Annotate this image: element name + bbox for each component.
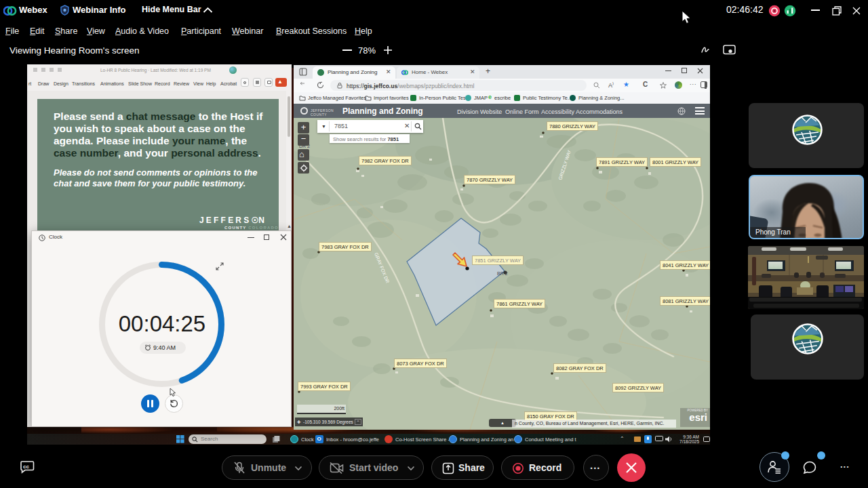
svg-text:cc: cc (23, 464, 29, 470)
